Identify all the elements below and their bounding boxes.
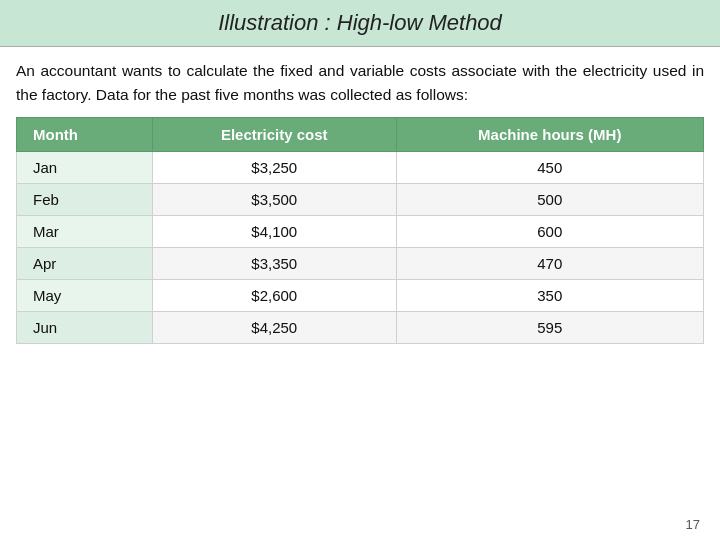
table-row: May$2,600350 [17,280,704,312]
header-month: Month [17,118,153,152]
cell-cost: $3,500 [152,184,396,216]
cell-hours: 350 [396,280,703,312]
cell-hours: 595 [396,312,703,344]
header-electricity-cost: Electricity cost [152,118,396,152]
table-row: Feb$3,500500 [17,184,704,216]
cell-cost: $4,250 [152,312,396,344]
cell-month: Apr [17,248,153,280]
cell-cost: $3,350 [152,248,396,280]
header-machine-hours: Machine hours (MH) [396,118,703,152]
cell-month: Mar [17,216,153,248]
cell-month: Feb [17,184,153,216]
table-header-row: Month Electricity cost Machine hours (MH… [17,118,704,152]
cell-hours: 470 [396,248,703,280]
cell-month: Jun [17,312,153,344]
page-title: Illustration : High-low Method [0,0,720,47]
title-text: Illustration : High-low Method [218,10,502,35]
cell-cost: $3,250 [152,152,396,184]
cell-cost: $2,600 [152,280,396,312]
cell-cost: $4,100 [152,216,396,248]
table-row: Apr$3,350470 [17,248,704,280]
table-row: Mar$4,100600 [17,216,704,248]
cell-hours: 600 [396,216,703,248]
description-content: An accountant wants to calculate the fix… [16,62,704,103]
cell-month: May [17,280,153,312]
page-container: Illustration : High-low Method An accoun… [0,0,720,540]
cell-hours: 450 [396,152,703,184]
cell-month: Jan [17,152,153,184]
data-table: Month Electricity cost Machine hours (MH… [16,117,704,344]
cell-hours: 500 [396,184,703,216]
page-number: 17 [686,517,700,532]
table-row: Jan$3,250450 [17,152,704,184]
table-row: Jun$4,250595 [17,312,704,344]
description-text: An accountant wants to calculate the fix… [0,47,720,117]
